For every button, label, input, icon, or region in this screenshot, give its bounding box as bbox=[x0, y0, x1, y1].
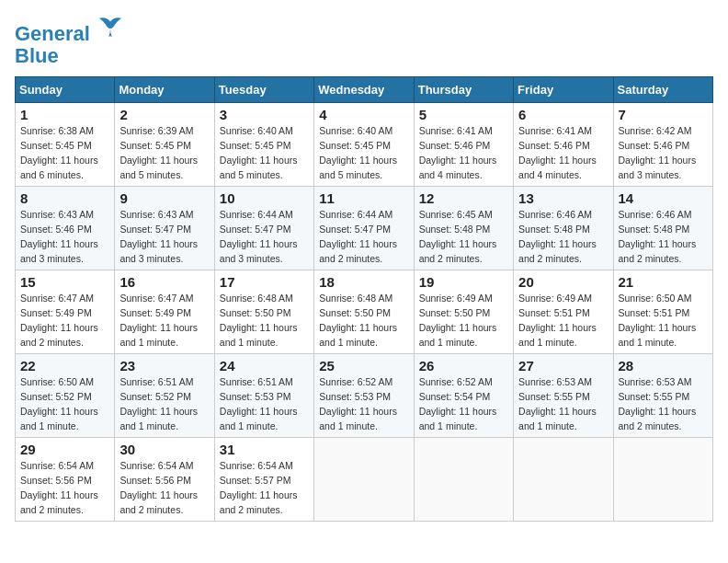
day-info: Sunrise: 6:47 AMSunset: 5:49 PMDaylight:… bbox=[119, 292, 209, 350]
day-info: Sunrise: 6:52 AMSunset: 5:53 PMDaylight:… bbox=[319, 375, 408, 433]
calendar-cell: 17 Sunrise: 6:48 AMSunset: 5:50 PMDaylig… bbox=[214, 270, 313, 354]
calendar-cell: 1 Sunrise: 6:38 AMSunset: 5:45 PMDayligh… bbox=[16, 103, 115, 187]
day-info: Sunrise: 6:54 AMSunset: 5:57 PMDaylight:… bbox=[220, 459, 309, 517]
calendar-header-row: SundayMondayTuesdayWednesdayThursdayFrid… bbox=[16, 77, 713, 103]
logo-blue: Blue bbox=[15, 44, 59, 67]
calendar-cell: 9 Sunrise: 6:43 AMSunset: 5:47 PMDayligh… bbox=[115, 187, 214, 270]
day-info: Sunrise: 6:50 AMSunset: 5:52 PMDaylight:… bbox=[20, 375, 109, 433]
calendar-week-row: 15 Sunrise: 6:47 AMSunset: 5:49 PMDaylig… bbox=[16, 270, 713, 354]
day-info: Sunrise: 6:42 AMSunset: 5:46 PMDaylight:… bbox=[619, 124, 708, 182]
calendar-cell: 15 Sunrise: 6:47 AMSunset: 5:49 PMDaylig… bbox=[16, 270, 115, 354]
day-info: Sunrise: 6:48 AMSunset: 5:50 PMDaylight:… bbox=[220, 292, 309, 350]
day-header-friday: Friday bbox=[514, 77, 613, 103]
calendar-cell: 14 Sunrise: 6:46 AMSunset: 5:48 PMDaylig… bbox=[613, 187, 712, 270]
day-number: 20 bbox=[518, 274, 608, 290]
day-header-saturday: Saturday bbox=[613, 77, 712, 103]
day-info: Sunrise: 6:41 AMSunset: 5:46 PMDaylight:… bbox=[419, 124, 508, 182]
day-number: 29 bbox=[20, 442, 109, 457]
calendar-cell: 7 Sunrise: 6:42 AMSunset: 5:46 PMDayligh… bbox=[613, 103, 712, 187]
day-number: 3 bbox=[220, 107, 309, 122]
day-header-sunday: Sunday bbox=[16, 77, 115, 103]
day-info: Sunrise: 6:49 AMSunset: 5:50 PMDaylight:… bbox=[419, 292, 508, 350]
day-info: Sunrise: 6:52 AMSunset: 5:54 PMDaylight:… bbox=[419, 375, 508, 433]
calendar-cell: 11 Sunrise: 6:44 AMSunset: 5:47 PMDaylig… bbox=[314, 187, 414, 270]
day-number: 23 bbox=[119, 358, 209, 373]
calendar-cell bbox=[613, 438, 712, 522]
day-number: 15 bbox=[20, 274, 109, 290]
calendar-cell: 8 Sunrise: 6:43 AMSunset: 5:46 PMDayligh… bbox=[16, 187, 115, 270]
day-number: 27 bbox=[518, 358, 608, 373]
day-header-thursday: Thursday bbox=[414, 77, 513, 103]
day-info: Sunrise: 6:49 AMSunset: 5:51 PMDaylight:… bbox=[518, 292, 608, 350]
logo: General Blue bbox=[15, 15, 123, 67]
day-number: 22 bbox=[20, 358, 109, 373]
day-number: 31 bbox=[220, 442, 309, 457]
day-info: Sunrise: 6:43 AMSunset: 5:47 PMDaylight:… bbox=[119, 208, 209, 266]
day-info: Sunrise: 6:51 AMSunset: 5:53 PMDaylight:… bbox=[220, 375, 309, 433]
day-header-tuesday: Tuesday bbox=[214, 77, 313, 103]
calendar-cell: 30 Sunrise: 6:54 AMSunset: 5:56 PMDaylig… bbox=[115, 438, 214, 522]
day-number: 7 bbox=[619, 107, 708, 122]
day-info: Sunrise: 6:46 AMSunset: 5:48 PMDaylight:… bbox=[518, 208, 608, 266]
calendar-cell: 26 Sunrise: 6:52 AMSunset: 5:54 PMDaylig… bbox=[414, 354, 513, 438]
calendar-cell bbox=[514, 438, 613, 522]
calendar-week-row: 1 Sunrise: 6:38 AMSunset: 5:45 PMDayligh… bbox=[16, 103, 713, 187]
calendar-body: 1 Sunrise: 6:38 AMSunset: 5:45 PMDayligh… bbox=[16, 103, 713, 522]
day-number: 17 bbox=[220, 274, 309, 290]
calendar-cell: 28 Sunrise: 6:53 AMSunset: 5:55 PMDaylig… bbox=[613, 354, 712, 438]
day-info: Sunrise: 6:44 AMSunset: 5:47 PMDaylight:… bbox=[220, 208, 309, 266]
day-info: Sunrise: 6:54 AMSunset: 5:56 PMDaylight:… bbox=[119, 459, 209, 517]
calendar-cell: 18 Sunrise: 6:48 AMSunset: 5:50 PMDaylig… bbox=[314, 270, 414, 354]
calendar-cell: 23 Sunrise: 6:51 AMSunset: 5:52 PMDaylig… bbox=[115, 354, 214, 438]
day-info: Sunrise: 6:39 AMSunset: 5:45 PMDaylight:… bbox=[119, 124, 209, 182]
day-number: 9 bbox=[119, 190, 209, 206]
day-header-wednesday: Wednesday bbox=[314, 77, 414, 103]
calendar-cell: 31 Sunrise: 6:54 AMSunset: 5:57 PMDaylig… bbox=[214, 438, 313, 522]
day-info: Sunrise: 6:44 AMSunset: 5:47 PMDaylight:… bbox=[319, 208, 408, 266]
calendar-cell: 25 Sunrise: 6:52 AMSunset: 5:53 PMDaylig… bbox=[314, 354, 414, 438]
day-number: 8 bbox=[20, 190, 109, 206]
day-number: 13 bbox=[518, 190, 608, 206]
day-info: Sunrise: 6:46 AMSunset: 5:48 PMDaylight:… bbox=[619, 208, 708, 266]
calendar-week-row: 8 Sunrise: 6:43 AMSunset: 5:46 PMDayligh… bbox=[16, 187, 713, 270]
day-number: 11 bbox=[319, 190, 408, 206]
calendar-cell: 29 Sunrise: 6:54 AMSunset: 5:56 PMDaylig… bbox=[16, 438, 115, 522]
day-info: Sunrise: 6:50 AMSunset: 5:51 PMDaylight:… bbox=[619, 292, 708, 350]
day-number: 28 bbox=[619, 358, 708, 373]
calendar-cell: 24 Sunrise: 6:51 AMSunset: 5:53 PMDaylig… bbox=[214, 354, 313, 438]
day-info: Sunrise: 6:40 AMSunset: 5:45 PMDaylight:… bbox=[220, 124, 309, 182]
calendar-cell: 19 Sunrise: 6:49 AMSunset: 5:50 PMDaylig… bbox=[414, 270, 513, 354]
calendar-week-row: 29 Sunrise: 6:54 AMSunset: 5:56 PMDaylig… bbox=[16, 438, 713, 522]
day-number: 2 bbox=[119, 107, 209, 122]
day-number: 16 bbox=[119, 274, 209, 290]
day-number: 25 bbox=[319, 358, 408, 373]
day-info: Sunrise: 6:47 AMSunset: 5:49 PMDaylight:… bbox=[20, 292, 109, 350]
calendar-table: SundayMondayTuesdayWednesdayThursdayFrid… bbox=[15, 76, 713, 522]
day-number: 21 bbox=[619, 274, 708, 290]
day-number: 24 bbox=[220, 358, 309, 373]
day-info: Sunrise: 6:40 AMSunset: 5:45 PMDaylight:… bbox=[319, 124, 408, 182]
day-number: 10 bbox=[220, 190, 309, 206]
calendar-cell: 16 Sunrise: 6:47 AMSunset: 5:49 PMDaylig… bbox=[115, 270, 214, 354]
day-header-monday: Monday bbox=[115, 77, 214, 103]
calendar-week-row: 22 Sunrise: 6:50 AMSunset: 5:52 PMDaylig… bbox=[16, 354, 713, 438]
day-number: 4 bbox=[319, 107, 408, 122]
day-info: Sunrise: 6:53 AMSunset: 5:55 PMDaylight:… bbox=[619, 375, 708, 433]
calendar-cell: 27 Sunrise: 6:53 AMSunset: 5:55 PMDaylig… bbox=[514, 354, 613, 438]
day-info: Sunrise: 6:48 AMSunset: 5:50 PMDaylight:… bbox=[319, 292, 408, 350]
day-info: Sunrise: 6:38 AMSunset: 5:45 PMDaylight:… bbox=[20, 124, 109, 182]
calendar-cell: 5 Sunrise: 6:41 AMSunset: 5:46 PMDayligh… bbox=[414, 103, 513, 187]
calendar-cell: 13 Sunrise: 6:46 AMSunset: 5:48 PMDaylig… bbox=[514, 187, 613, 270]
logo-bird-icon bbox=[97, 15, 123, 40]
day-number: 26 bbox=[419, 358, 508, 373]
day-info: Sunrise: 6:53 AMSunset: 5:55 PMDaylight:… bbox=[518, 375, 608, 433]
logo-general: General bbox=[15, 22, 90, 45]
day-number: 19 bbox=[419, 274, 508, 290]
day-number: 1 bbox=[20, 107, 109, 122]
calendar-cell: 10 Sunrise: 6:44 AMSunset: 5:47 PMDaylig… bbox=[214, 187, 313, 270]
calendar-cell: 3 Sunrise: 6:40 AMSunset: 5:45 PMDayligh… bbox=[214, 103, 313, 187]
day-info: Sunrise: 6:54 AMSunset: 5:56 PMDaylight:… bbox=[20, 459, 109, 517]
day-number: 18 bbox=[319, 274, 408, 290]
calendar-cell bbox=[414, 438, 513, 522]
calendar-cell: 20 Sunrise: 6:49 AMSunset: 5:51 PMDaylig… bbox=[514, 270, 613, 354]
